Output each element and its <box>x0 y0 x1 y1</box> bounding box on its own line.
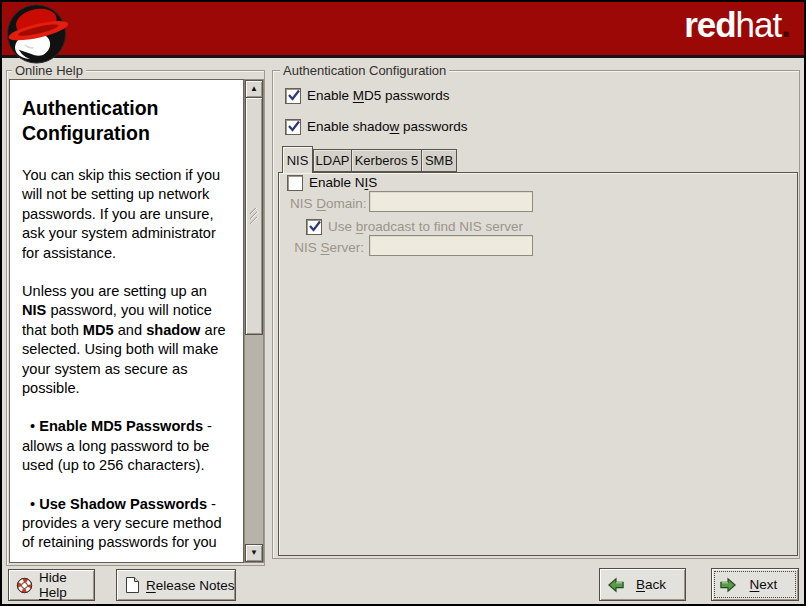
scroll-down-button[interactable]: ▼ <box>245 544 263 562</box>
release-notes-button[interactable]: Release Notes <box>116 569 236 601</box>
redhat-wordmark: redhat. <box>684 7 790 42</box>
release-notes-label: Release Notes <box>146 578 235 593</box>
help-text-content: Authentication Configuration You can ski… <box>22 88 233 563</box>
enable-shadow-label: Enable shadow passwords <box>307 119 468 134</box>
enable-shadow-checkbox[interactable] <box>285 119 301 135</box>
next-button[interactable]: Next <box>711 568 799 601</box>
help-scrollbar[interactable]: ▲ ▼ <box>244 79 264 563</box>
lifesaver-icon <box>16 577 33 594</box>
hide-help-button[interactable]: Hide Help <box>8 569 95 601</box>
document-icon <box>124 576 140 594</box>
help-bullet-md5: • Enable MD5 Passwords - allows a long p… <box>22 417 233 475</box>
next-label: Next <box>743 577 798 592</box>
header-banner: redhat. <box>2 2 804 58</box>
scroll-grip-icon <box>248 208 260 224</box>
help-text-panel: Authentication Configuration You can ski… <box>9 79 244 563</box>
help-paragraph: Unless you are setting up an NIS passwor… <box>22 282 233 398</box>
nis-domain-label: NIS Domain: <box>290 196 364 211</box>
brand-dot: . <box>781 5 790 44</box>
back-arrow-icon <box>607 577 625 593</box>
help-title: Authentication Configuration <box>22 96 233 146</box>
auth-frame-label: Authentication Configuration <box>280 63 449 78</box>
brand-regular: hat <box>736 5 782 44</box>
help-paragraph: You can skip this section if you will no… <box>22 166 233 263</box>
checkmark-icon <box>286 87 302 103</box>
broadcast-checkbox <box>306 219 322 235</box>
broadcast-label: Use broadcast to find NIS server <box>328 219 523 234</box>
checkmark-icon <box>307 218 323 234</box>
scroll-up-button[interactable]: ▲ <box>245 80 263 98</box>
help-bullet-shadow: • Use Shadow Passwords - provides a very… <box>22 495 233 553</box>
enable-md5-checkbox[interactable] <box>285 88 301 104</box>
tab-kerberos[interactable]: Kerberos 5 <box>351 149 422 172</box>
scroll-thumb[interactable] <box>245 97 263 335</box>
nis-server-label: NIS Server: <box>290 240 364 255</box>
brand-bold: red <box>684 5 735 44</box>
back-button[interactable]: Back <box>599 568 686 601</box>
tab-smb[interactable]: SMB <box>421 149 457 172</box>
tab-ldap[interactable]: LDAP <box>313 149 352 172</box>
nis-server-input <box>369 235 533 256</box>
next-arrow-icon <box>719 577 737 593</box>
enable-nis-checkbox[interactable] <box>287 175 303 191</box>
hide-help-label: Hide Help <box>39 570 94 600</box>
installer-window: redhat. Online Help Authentication Confi… <box>2 2 804 604</box>
nis-domain-input <box>369 191 533 212</box>
checkmark-icon <box>286 118 302 134</box>
back-label: Back <box>631 577 685 592</box>
redhat-shadowman-logo-icon <box>5 2 68 66</box>
enable-nis-label: Enable NIS <box>309 175 377 190</box>
enable-md5-label: Enable MD5 passwords <box>307 88 450 103</box>
tab-nis[interactable]: NIS <box>282 146 313 173</box>
